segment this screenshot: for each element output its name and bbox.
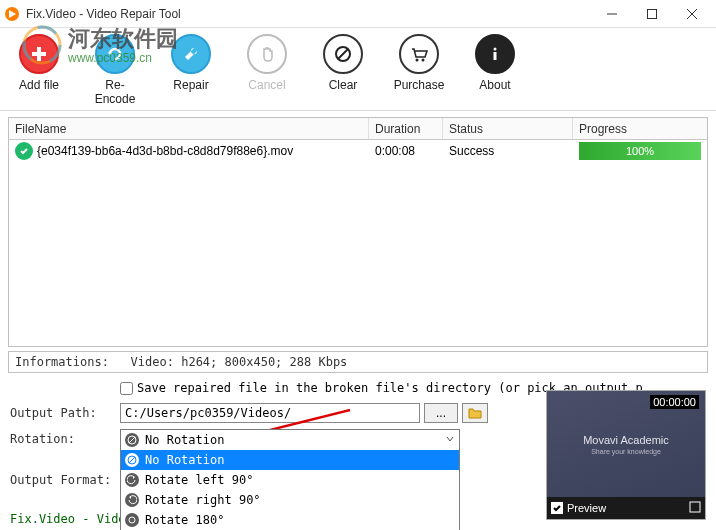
preview-screen[interactable]: 00:00:00 Movavi Academic Share your know… (547, 391, 705, 497)
reencode-button[interactable]: Re-Encode (86, 34, 144, 106)
rotation-option[interactable]: Rotate left 90° (121, 470, 459, 490)
rotation-dropdown[interactable]: No Rotation No Rotation Rotate left 90° (120, 429, 460, 530)
svg-rect-12 (494, 52, 497, 60)
clear-button[interactable]: Clear (314, 34, 372, 106)
svg-line-16 (129, 457, 135, 463)
rotate-left-icon (125, 473, 139, 487)
check-icon (15, 142, 33, 160)
folder-icon (468, 407, 482, 419)
cart-icon (408, 43, 430, 65)
window-title: Fix.Video - Video Repair Tool (26, 7, 592, 21)
rotation-option[interactable]: No Rotation (121, 450, 459, 470)
browse-button[interactable]: ... (424, 403, 458, 423)
chevron-down-icon (445, 433, 455, 447)
preview-tagline: Share your knowledge (591, 448, 661, 455)
rotation-option[interactable]: Rotate right 90° (121, 490, 459, 510)
output-format-label: Output Format: (10, 473, 120, 487)
col-duration[interactable]: Duration (369, 118, 443, 139)
file-grid: FileName Duration Status Progress {e034f… (8, 117, 708, 347)
minimize-button[interactable] (592, 1, 632, 27)
fullscreen-icon[interactable] (689, 501, 701, 515)
preview-time: 00:00:00 (650, 395, 699, 409)
app-icon (4, 6, 20, 22)
rotation-option[interactable]: Rotate 180° (121, 510, 459, 530)
prohibit-icon (332, 43, 354, 65)
svg-point-10 (422, 59, 425, 62)
about-button[interactable]: About (466, 34, 524, 106)
toolbar: Add file Re-Encode Repair Cancel Clear P… (0, 28, 716, 111)
plus-icon (28, 43, 50, 65)
folder-button[interactable] (462, 403, 488, 423)
wrench-icon (180, 43, 202, 65)
svg-rect-17 (690, 502, 700, 512)
svg-rect-2 (648, 9, 657, 18)
output-path-label: Output Path: (10, 406, 120, 420)
rotation-selected[interactable]: No Rotation (121, 430, 459, 450)
maximize-button[interactable] (632, 1, 672, 27)
filename-cell: {e034f139-bb6a-4d3d-b8bd-c8d8d79f88e6}.m… (37, 144, 293, 158)
progress-bar: 100% (579, 142, 701, 160)
titlebar: Fix.Video - Video Repair Tool (0, 0, 716, 28)
rotation-icon (125, 433, 139, 447)
hand-icon (256, 43, 278, 65)
col-filename[interactable]: FileName (9, 118, 369, 139)
preview-checkbox[interactable] (551, 502, 563, 514)
refresh-icon (104, 43, 126, 65)
svg-line-14 (129, 437, 135, 443)
repair-button[interactable]: Repair (162, 34, 220, 106)
close-button[interactable] (672, 1, 712, 27)
info-bar: Informations: Video: h264; 800x450; 288 … (8, 351, 708, 373)
duration-cell: 0:00:08 (369, 144, 443, 158)
output-path-input[interactable] (120, 403, 420, 423)
add-file-button[interactable]: Add file (10, 34, 68, 106)
svg-line-8 (338, 49, 348, 59)
status-cell: Success (443, 144, 573, 158)
save-in-source-checkbox[interactable] (120, 382, 133, 395)
rotation-label: Rotation: (10, 432, 120, 446)
svg-point-11 (494, 48, 497, 51)
col-progress[interactable]: Progress (573, 118, 707, 139)
table-row[interactable]: {e034f139-bb6a-4d3d-b8bd-c8d8d79f88e6}.m… (9, 140, 707, 162)
info-icon (484, 43, 506, 65)
preview-panel: 00:00:00 Movavi Academic Share your know… (546, 390, 706, 520)
grid-header: FileName Duration Status Progress (9, 118, 707, 140)
col-status[interactable]: Status (443, 118, 573, 139)
purchase-button[interactable]: Purchase (390, 34, 448, 106)
rotate-right-icon (125, 493, 139, 507)
svg-point-9 (416, 59, 419, 62)
cancel-button: Cancel (238, 34, 296, 106)
preview-brand: Movavi Academic (583, 434, 669, 446)
preview-label: Preview (567, 502, 606, 514)
rotation-icon (125, 453, 139, 467)
footer-link[interactable]: Fix.Video - Vide (10, 512, 126, 526)
rotate-180-icon (125, 513, 139, 527)
